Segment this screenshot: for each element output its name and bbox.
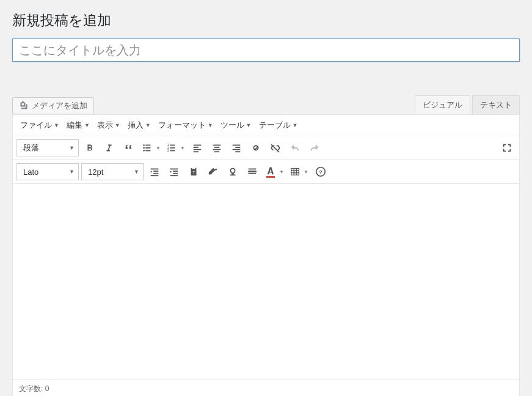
svg-rect-30 [173,173,178,174]
menu-file-label: ファイル [20,120,52,131]
add-media-label: メディアを追加 [32,100,87,111]
menu-edit[interactable]: 編集▼ [63,117,93,133]
post-title-input[interactable] [12,38,520,62]
font-family-select[interactable]: Lato ▼ [16,163,79,180]
svg-rect-31 [170,175,178,176]
svg-rect-26 [153,173,158,174]
svg-rect-27 [151,175,159,176]
tab-visual[interactable]: ビジュアル [415,95,470,114]
font-size-select[interactable]: 12pt ▼ [81,163,144,180]
undo-button[interactable] [286,139,304,156]
tab-text[interactable]: テキスト [472,95,520,114]
svg-point-0 [143,144,145,146]
strikethrough-button[interactable] [244,163,261,180]
font-size-value: 12pt [88,167,103,177]
word-count-label: 文字数: [19,384,43,393]
svg-rect-14 [194,149,202,150]
svg-rect-9 [170,147,175,148]
fullscreen-button[interactable] [498,139,516,156]
svg-rect-24 [151,169,159,170]
editor-menubar: ファイル▼ 編集▼ 表示▼ 挿入▼ フォーマット▼ ツール▼ テーブル▼ [13,115,519,136]
svg-rect-12 [194,145,202,146]
svg-rect-11 [170,150,175,152]
editor-content-area[interactable] [13,184,519,380]
align-right-button[interactable] [228,139,245,156]
svg-point-2 [143,147,145,149]
italic-button[interactable] [101,139,118,156]
text-color-button[interactable]: ▼ [263,163,285,180]
svg-rect-15 [194,151,199,152]
svg-text:3: 3 [167,148,169,152]
svg-rect-28 [170,169,178,170]
svg-rect-20 [233,145,241,146]
text-color-swatch [266,176,275,178]
media-icon [19,101,29,111]
svg-text:?: ? [319,169,322,175]
align-center-button[interactable] [208,139,225,156]
format-select[interactable]: 段落 ▼ [16,139,79,156]
blockquote-button[interactable] [120,139,137,156]
toolbar-row-1: 段落 ▼ ▼ 123 ▼ [13,136,519,160]
svg-rect-37 [249,173,257,174]
menu-view[interactable]: 表示▼ [93,117,124,133]
link-button[interactable] [247,139,264,156]
outdent-button[interactable] [146,163,163,180]
svg-rect-19 [214,151,219,152]
menu-format[interactable]: フォーマット▼ [155,117,217,133]
svg-rect-25 [153,170,158,172]
svg-rect-23 [235,151,240,152]
special-char-button[interactable] [224,163,241,180]
menu-file[interactable]: ファイル▼ [16,117,63,133]
page-title: 新規投稿を追加 [12,0,520,38]
editor-tabs: ビジュアル テキスト [413,95,520,114]
svg-rect-1 [145,145,150,146]
svg-rect-21 [235,147,240,148]
svg-rect-33 [192,167,195,169]
svg-rect-5 [145,150,150,152]
menu-format-label: フォーマット [158,120,206,131]
align-left-button[interactable] [189,139,206,156]
svg-rect-16 [213,145,221,146]
paste-text-button[interactable]: T [185,163,202,180]
redo-button[interactable] [306,139,323,156]
menu-view-label: 表示 [97,120,113,131]
clear-formatting-button[interactable] [205,163,222,180]
svg-point-4 [143,150,145,152]
editor-container: ファイル▼ 編集▼ 表示▼ 挿入▼ フォーマット▼ ツール▼ テーブル▼ 段落 … [12,114,520,396]
toolbar-row-2: Lato ▼ 12pt ▼ T [13,160,519,184]
unlink-button[interactable] [267,139,284,156]
word-count-value: 0 [45,384,49,393]
svg-rect-3 [145,147,150,148]
svg-rect-22 [233,149,241,150]
svg-text:T: T [192,170,195,175]
svg-rect-18 [213,149,221,150]
menu-table[interactable]: テーブル▼ [255,117,302,133]
font-family-value: Lato [23,167,38,177]
svg-rect-13 [194,147,199,148]
numbered-list-button[interactable]: 123 ▼ [164,139,186,156]
svg-rect-29 [173,170,178,172]
bullet-list-button[interactable]: ▼ [140,139,162,156]
add-media-button[interactable]: メディアを追加 [12,97,94,114]
svg-rect-7 [170,145,175,146]
menu-insert[interactable]: 挿入▼ [124,117,155,133]
menu-tools[interactable]: ツール▼ [217,117,255,133]
svg-rect-35 [249,169,257,170]
menu-edit-label: 編集 [67,120,82,131]
svg-rect-39 [291,169,299,175]
svg-rect-38 [248,171,257,172]
table-button[interactable]: ▼ [288,163,310,180]
menu-insert-label: 挿入 [128,120,144,131]
svg-rect-17 [214,147,219,148]
menu-tools-label: ツール [220,120,244,131]
help-button[interactable]: ? [312,163,329,180]
indent-button[interactable] [166,163,183,180]
menu-table-label: テーブル [259,120,291,131]
format-select-value: 段落 [23,142,39,153]
status-bar: 文字数: 0 [13,380,519,396]
bold-button[interactable] [81,139,98,156]
